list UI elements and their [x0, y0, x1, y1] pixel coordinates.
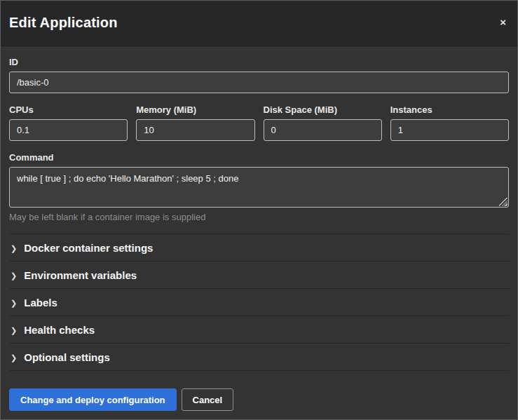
modal-body: ID CPUs Memory (MiB) Disk Space (MiB) In… [1, 46, 517, 380]
section-label: Optional settings [24, 351, 110, 363]
cpus-label: CPUs [9, 104, 128, 115]
section-docker-container-settings[interactable]: ❯ Docker container settings [9, 233, 509, 261]
id-label: ID [9, 57, 509, 67]
modal-footer: Change and deploy configuration Cancel [1, 380, 517, 419]
chevron-right-icon: ❯ [11, 299, 17, 307]
command-label: Command [9, 152, 509, 163]
id-input[interactable] [9, 72, 509, 93]
cancel-button[interactable]: Cancel [182, 388, 234, 411]
cpus-input[interactable] [9, 119, 128, 141]
cpus-field-group: CPUs [9, 104, 128, 141]
chevron-right-icon: ❯ [11, 245, 17, 252]
section-environment-variables[interactable]: ❯ Environment variables [9, 261, 509, 288]
command-help-text: May be left blank if a container image i… [9, 212, 509, 222]
instances-label: Instances [390, 104, 509, 115]
chevron-right-icon: ❯ [11, 272, 17, 280]
memory-input[interactable] [136, 119, 254, 141]
command-textarea-wrap: while [ true ] ; do echo 'Hello Marathon… [9, 167, 509, 208]
command-textarea[interactable]: while [ true ] ; do echo 'Hello Marathon… [9, 167, 509, 208]
section-label: Docker container settings [24, 242, 153, 254]
memory-label: Memory (MiB) [136, 104, 254, 115]
section-label: Labels [24, 297, 57, 309]
command-field-group: Command while [ true ] ; do echo 'Hello … [9, 152, 509, 222]
id-field-group: ID [9, 57, 509, 93]
close-icon[interactable]: × [498, 14, 507, 30]
disk-space-label: Disk Space (MiB) [264, 104, 382, 115]
section-health-checks[interactable]: ❯ Health checks [9, 316, 509, 343]
section-labels[interactable]: ❯ Labels [9, 288, 509, 316]
modal-title: Edit Application [9, 14, 118, 31]
change-and-deploy-button[interactable]: Change and deploy configuration [9, 388, 177, 411]
chevron-right-icon: ❯ [11, 354, 17, 362]
disk-field-group: Disk Space (MiB) [264, 104, 382, 141]
disk-space-input[interactable] [264, 119, 382, 141]
instances-input[interactable] [390, 119, 509, 141]
edit-application-modal: Edit Application × ID CPUs Memory (MiB) … [0, 0, 518, 420]
section-label: Health checks [24, 324, 95, 336]
modal-header: Edit Application × [1, 1, 517, 46]
section-label: Environment variables [24, 269, 137, 281]
memory-field-group: Memory (MiB) [136, 104, 254, 141]
section-optional-settings[interactable]: ❯ Optional settings [9, 343, 509, 370]
collapsible-sections: ❯ Docker container settings ❯ Environmen… [9, 233, 509, 371]
chevron-right-icon: ❯ [11, 327, 17, 334]
resources-field-row: CPUs Memory (MiB) Disk Space (MiB) Insta… [9, 104, 509, 141]
instances-field-group: Instances [390, 104, 509, 141]
